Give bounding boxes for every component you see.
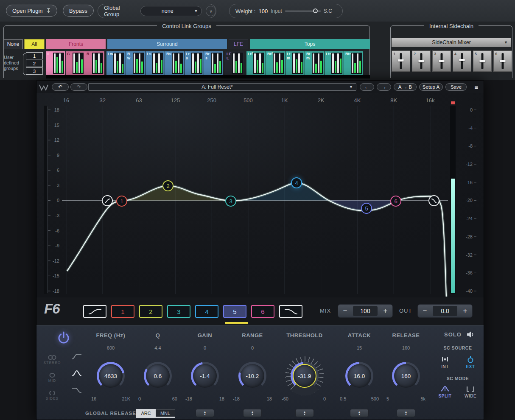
channel-meter [191,53,202,74]
fader-handle[interactable] [480,60,485,62]
freq-control: FREQ (Hz) 600 4633 16 21K [85,326,136,420]
channel-meter [53,53,64,74]
sc-mode-wide-button[interactable]: WIDE [462,385,479,398]
channel-Lw[interactable]: Lw [106,51,126,75]
mnl-option[interactable]: MNL [156,409,175,417]
group-link-toggle[interactable]: ∨ [206,6,216,16]
channel-Lrs[interactable]: Lrs [185,51,204,75]
band-6-node[interactable]: 6 [390,196,401,207]
shelf-up-icon [71,352,82,361]
sc-source-label: SC SOURCE [433,345,482,350]
sc-source-int-button[interactable]: INT [436,356,454,369]
channel-meter [253,53,264,74]
channel-Rs[interactable]: Rs [165,51,184,75]
surround-channel-group: Lw Rw Ls Rs [106,51,223,75]
channel-Ls[interactable]: Ls [146,51,165,75]
q-control: Q 4.4 0.6 0 60 [132,326,183,420]
channel-LFE[interactable]: LFE [225,51,244,75]
channel-Rtm[interactable]: Rtm [305,51,324,75]
channel-meter [73,53,84,74]
fader-handle[interactable] [500,60,506,62]
group-lfe-button[interactable]: LFE [229,39,248,49]
open-plugin-label: Open Plugin [12,8,43,14]
attack-stepper[interactable]: ▲▼ [350,409,369,417]
shelf-filter-type-button[interactable] [70,352,83,362]
gain-knob[interactable]: -1.4 [191,362,219,390]
band-3-node[interactable]: 3 [225,196,236,207]
channel-L[interactable]: L [46,51,65,75]
channel-C[interactable]: C [66,51,85,75]
channel-Ltr[interactable]: Ltr [325,51,344,75]
shelf-down-filter-type-button[interactable] [70,386,83,396]
band-1-node[interactable]: 1 [116,196,127,207]
open-plugin-button[interactable]: Open Plugin ↧ [6,5,57,17]
attack-knob[interactable]: 16.0 [345,362,373,390]
fader-handle[interactable] [439,60,445,62]
arc-option[interactable]: ARC [136,409,156,417]
channel-Ltf[interactable]: Ltf [246,51,266,75]
range-stepper[interactable]: ▲▼ [243,409,262,417]
bypass-button[interactable]: Bypass [63,5,94,17]
bell-icon [71,369,82,378]
sides-button[interactable]: SIDES [42,390,63,400]
lp-filter-node[interactable] [428,195,439,206]
sidechain-fader-3[interactable]: 3 [432,50,451,72]
channel-meter [113,53,124,74]
user-group-2-button[interactable]: 2 [26,60,43,67]
global-group-dropdown[interactable]: none ▼ [140,6,202,16]
sidechain-fader-6[interactable]: 6 [493,50,512,72]
solo-speaker-icon[interactable] [467,331,475,338]
release-control: RELEASE 160 160 5 5k [381,326,431,420]
band-5-node[interactable]: 5 [361,203,372,214]
weight-slider[interactable] [285,11,321,11]
solo-label: SOLO [444,331,462,338]
channel-Rrs[interactable]: Rrs [204,51,223,75]
group-fronts-button[interactable]: Fronts [46,39,106,49]
channel-R[interactable]: R [85,51,104,75]
range-knob[interactable]: -10.2 [238,362,266,390]
channel-Rtr[interactable]: Rtr [344,51,363,75]
weight-slider-handle[interactable] [313,8,318,13]
download-arrow-icon: ↧ [46,7,51,14]
band-2-node[interactable]: 2 [162,180,174,191]
sc-source-ext-button[interactable]: EXT [462,356,479,369]
release-knob[interactable]: 160 [392,362,420,390]
freq-knob[interactable]: 4633 [97,362,125,390]
mid-button[interactable]: MID [42,372,63,383]
channel-Rtf[interactable]: Rtf [266,51,285,75]
chevron-down-icon: ▼ [194,9,198,13]
sc-mode-split-button[interactable]: SPLIT [436,385,454,398]
hp-filter-node[interactable] [102,195,113,206]
channel-Rw[interactable]: Rw [126,51,145,75]
threshold-stepper[interactable]: ▲▼ [295,409,314,417]
channel-Ltm[interactable]: Ltm [285,51,305,75]
group-tops-button[interactable]: Tops [250,39,370,49]
fader-handle[interactable] [459,59,465,61]
bell-filter-type-button[interactable] [70,369,83,379]
group-none-button[interactable]: None [4,39,22,49]
meter-scale-right: 0-4 -8-12 -16-20 -24-28 -32-36 -40 [461,107,473,294]
group-surround-button[interactable]: Surround [107,39,227,49]
sidechain-fader-4[interactable]: 4 [453,50,471,72]
sidechain-fader-5[interactable]: 5 [473,50,492,72]
channel-meter [232,53,243,74]
release-stepper[interactable]: ▲▼ [397,409,415,417]
user-group-1-button[interactable]: 1 [26,52,43,59]
group-all-button[interactable]: All [24,39,45,49]
user-groups-bracket [23,53,26,75]
user-group-3-button[interactable]: 3 [26,67,43,75]
power-button[interactable] [56,330,71,346]
global-group-label: Global Group [104,5,136,17]
q-knob[interactable]: 0.6 [144,362,172,390]
band-4-node[interactable]: 4 [291,177,302,188]
int-icon [441,356,449,363]
stereo-button[interactable]: STEREO [42,355,63,365]
sidechain-fader-1[interactable]: 1 [392,50,410,72]
global-release-label: GLOBAL RELEASE [85,411,136,416]
fader-handle[interactable] [398,59,404,62]
fader-handle[interactable] [419,60,424,62]
threshold-knob[interactable]: -31.9 [291,362,319,390]
sidechain-mixer-dropdown[interactable]: SideChain Mixer ▼ [392,38,511,47]
gain-stepper[interactable]: ▲▼ [196,409,214,417]
sidechain-fader-2[interactable]: 2 [412,50,431,72]
